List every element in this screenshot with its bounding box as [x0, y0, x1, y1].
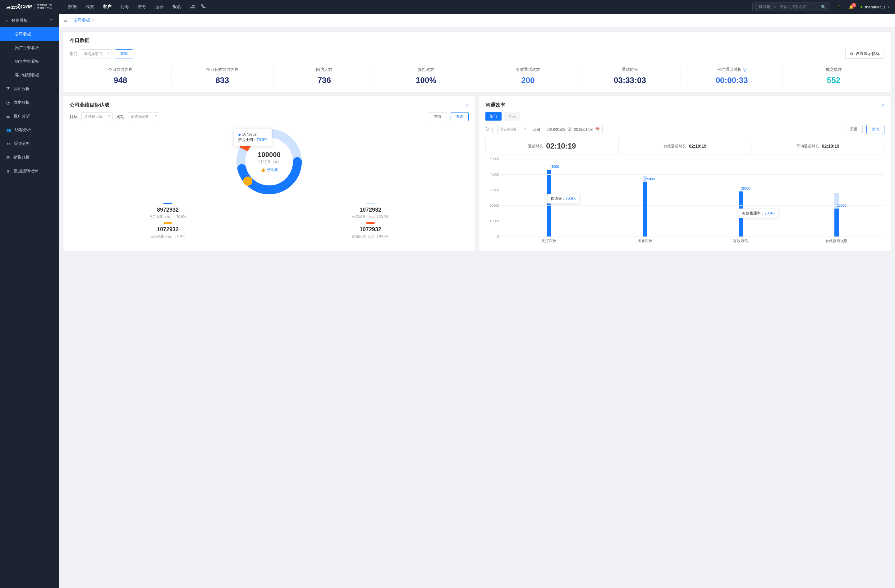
nav-link[interactable]: 数据 — [68, 4, 77, 10]
sidebar-item[interactable]: ⫘渠道分析 — [0, 137, 59, 150]
sidebar: ▫ 数据看板 ⌃ 公司看板推广主管看板销售主管看板客户经理看板 ⧩漏斗分析◔成本… — [0, 14, 59, 588]
bar-group: 18000 — [789, 159, 884, 236]
close-icon[interactable]: ✕ — [92, 18, 95, 22]
nav-link[interactable]: 报名 — [173, 4, 181, 10]
note-effective-rate: 有效接通率：70.9% — [739, 209, 778, 218]
bar-group: 35000 — [597, 159, 693, 236]
comm-dept-select[interactable]: 请选择部门 — [497, 125, 528, 134]
kpi: 通话时长02:10:19 — [486, 138, 619, 154]
nav-link[interactable]: 公海 — [120, 4, 129, 10]
user-menu[interactable]: manager11▾ — [860, 5, 889, 9]
donut-tooltip: ● 1072932 所占比例：70.9% — [234, 129, 272, 146]
metric: 拨打次数100% — [375, 65, 477, 86]
top-nav: ☁云朵CRM 教育机构一站式服务云平台 数据线索客户公海财务运营报名 手机号码 … — [0, 0, 895, 14]
today-title: 今日数据 — [70, 37, 884, 44]
metric: 通话时长03:33:03 — [579, 65, 681, 86]
sidebar-item[interactable]: 🗎数据流转记录 — [0, 164, 59, 178]
sidebar-item[interactable]: 👥访客分析 — [0, 123, 59, 137]
sidebar-sub-item[interactable]: 销售主管看板 — [0, 55, 59, 68]
goal-period-select[interactable]: 请选择周期 — [128, 112, 159, 121]
logo[interactable]: ☁云朵CRM 教育机构一站式服务云平台 — [6, 4, 52, 10]
sidebar-icon: ◔ — [6, 100, 10, 105]
sidebar-sub-item[interactable]: 客户经理看板 — [0, 68, 59, 82]
add-user-icon[interactable] — [190, 4, 196, 10]
search-input[interactable] — [778, 3, 818, 11]
metric: 今日首咨客户948 — [70, 65, 171, 86]
metric: 今日有效首咨客户833 — [171, 65, 273, 86]
comm-reset-button[interactable]: 重置 — [845, 125, 863, 134]
nav-link[interactable]: 线索 — [85, 4, 94, 10]
goal-target-select[interactable]: 请选择目标 — [82, 112, 112, 121]
metric: 平均通话时长?00:00:33 — [681, 65, 783, 86]
sidebar-item[interactable]: ◔成本分析 — [0, 96, 59, 109]
sidebar-icon: ⫘ — [6, 141, 10, 146]
svg-point-3 — [243, 177, 253, 186]
card-goal: 公司业绩目标达成 ⤢ 目标 请选择目标 周期 请选择周期 重置 查询 — [64, 96, 475, 252]
expand-icon[interactable]: ⤢ — [881, 103, 884, 108]
top-right: 📱 🔔5 manager11▾ — [837, 5, 889, 9]
bar-chart: 01000020000300004000050000 4300035000290… — [485, 159, 884, 246]
today-dept-select[interactable]: 请选择部门 — [81, 49, 112, 58]
card-today-data: 今日数据 部门 请选择部门 查询 ⚙设置显示指标 今日首咨客户948今日有效首咨… — [64, 32, 890, 92]
card-comm-efficiency: 沟通效率 ⤢ 部门个人 部门 请选择部门 日期 2018/01/08至2018/… — [479, 96, 890, 252]
sidebar-sub-item[interactable]: 公司看板 — [0, 27, 59, 41]
sidebar-item[interactable]: ⧩漏斗分析 — [0, 82, 59, 96]
legend-item: 8972932已完成量（元） | 70.9% — [70, 203, 266, 219]
search-icon[interactable]: 🔍 — [818, 5, 829, 9]
phone-icon[interactable] — [200, 4, 206, 10]
sidebar-icon: ☰ — [6, 114, 10, 119]
gear-icon: ⚙ — [850, 52, 854, 56]
date-range-input[interactable]: 2018/01/08至2018/01/08 📅 — [544, 125, 602, 134]
today-query-button[interactable]: 查询 — [115, 49, 133, 58]
sidebar-icon: 👥 — [6, 128, 11, 132]
nav-link[interactable]: 客户 — [103, 4, 112, 10]
bar-group: 29000 — [693, 159, 789, 236]
segment-option[interactable]: 部门 — [485, 112, 502, 121]
goal-status: 👍已达成 — [257, 167, 281, 173]
metric: 回访人数736 — [273, 65, 375, 86]
segment-control: 部门个人 — [485, 112, 884, 121]
comm-query-button[interactable]: 查询 — [866, 125, 884, 134]
nav-link[interactable]: 运营 — [155, 4, 164, 10]
note-connect-rate: 接通率：70.9% — [547, 194, 579, 203]
top-search: 手机号码 ▾ 🔍 — [752, 3, 830, 11]
mobile-icon[interactable]: 📱 — [837, 5, 842, 9]
tab-bar: ☰ 公司看板✕ — [59, 14, 895, 27]
tab-company-dashboard[interactable]: 公司看板✕ — [73, 14, 96, 27]
sidebar-item[interactable]: ◎销售分析 — [0, 150, 59, 164]
expand-icon[interactable]: ⤢ — [466, 103, 469, 108]
config-metrics-button[interactable]: ⚙设置显示指标 — [845, 49, 884, 59]
legend-item: 1072932应完成量（元） | 8.9% — [70, 222, 266, 239]
sidebar-item[interactable]: ☰推广分析 — [0, 109, 59, 123]
top-nav-links: 数据线索客户公海财务运营报名 — [68, 4, 181, 10]
sidebar-group-dashboard[interactable]: ▫ 数据看板 ⌃ — [0, 14, 59, 27]
donut-chart: 100000 目标总量（元） 👍已达成 ● 1072932 所占比例：70.9% — [232, 124, 306, 199]
sidebar-icon: 🗎 — [6, 169, 10, 173]
top-quick-icons — [190, 4, 206, 10]
legend-item: 1072932超额完成（元） | 89.9% — [272, 222, 469, 239]
goal-reset-button[interactable]: 重置 — [429, 112, 447, 121]
goal-query-button[interactable]: 查询 — [451, 112, 469, 121]
menu-icon[interactable]: ☰ — [64, 18, 68, 23]
thumb-up-icon: 👍 — [261, 168, 265, 172]
legend-item: 1072932未完成量（元） | 20.9% — [272, 203, 469, 219]
sidebar-icon: ◎ — [6, 155, 10, 160]
chevron-up-icon: ⌃ — [49, 18, 53, 23]
nav-link[interactable]: 财务 — [138, 4, 146, 10]
kpi: 有效通话时长02:10:19 — [619, 138, 752, 154]
sidebar-icon: ⧩ — [6, 86, 10, 91]
calendar-icon: 📅 — [595, 127, 600, 132]
dashboard-icon: ▫ — [6, 18, 8, 23]
segment-option[interactable]: 个人 — [504, 112, 520, 121]
search-type-select[interactable]: 手机号码 — [753, 3, 773, 11]
bell-icon[interactable]: 🔔5 — [849, 5, 854, 9]
metric: 成交单数552 — [783, 65, 884, 86]
metric: 有效通话次数200 — [477, 65, 579, 86]
info-icon[interactable]: ? — [743, 68, 746, 71]
sidebar-sub-item[interactable]: 推广主管看板 — [0, 41, 59, 55]
kpi: 平均通话时长02:10:19 — [751, 138, 884, 154]
